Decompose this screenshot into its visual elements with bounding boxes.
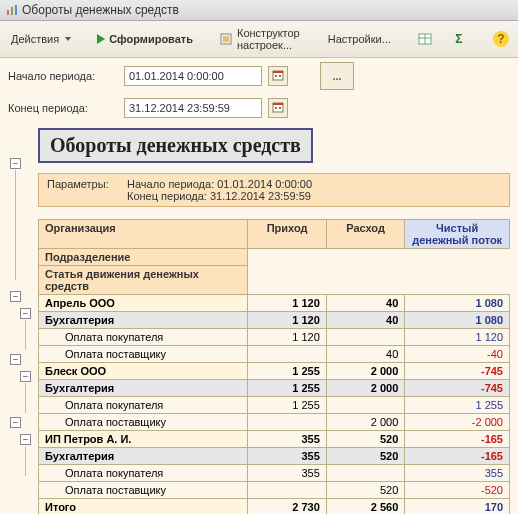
row-out: 520 bbox=[326, 431, 405, 448]
calendar-button-end[interactable] bbox=[268, 98, 288, 118]
row-net: 1 255 bbox=[405, 397, 510, 414]
svg-rect-9 bbox=[273, 71, 283, 73]
report-grid: Организация Приход Расход Чистый денежны… bbox=[38, 219, 510, 514]
svg-rect-10 bbox=[275, 75, 277, 77]
row-name: Итого bbox=[39, 499, 248, 515]
row-in: 355 bbox=[248, 431, 327, 448]
collapse-button[interactable]: − bbox=[10, 291, 21, 302]
collapse-button[interactable]: − bbox=[20, 434, 31, 445]
svg-rect-15 bbox=[279, 107, 281, 109]
actions-menu[interactable]: Действия bbox=[4, 30, 78, 48]
row-out: 40 bbox=[326, 312, 405, 329]
table-row: Оплата покупателя1 2551 255 bbox=[39, 397, 510, 414]
params-line2: Конец периода: 31.12.2014 23:59:59 bbox=[127, 190, 311, 202]
row-name: Оплата покупателя bbox=[39, 397, 248, 414]
constructor-button[interactable]: Конструктор настроек... bbox=[212, 24, 309, 54]
row-name: Блеск ООО bbox=[39, 363, 248, 380]
row-net: -40 bbox=[405, 346, 510, 363]
row-in: 1 120 bbox=[248, 312, 327, 329]
calendar-button-start[interactable] bbox=[268, 66, 288, 86]
tool-icon-2[interactable]: Σ bbox=[444, 28, 474, 50]
report-title: Обороты денежных средств bbox=[38, 128, 313, 163]
period-end-input[interactable] bbox=[124, 98, 262, 118]
tree-line bbox=[25, 383, 26, 413]
calendar-icon bbox=[272, 101, 284, 115]
table-row: Блеск ООО1 2552 000-745 bbox=[39, 363, 510, 380]
tree-line bbox=[25, 446, 26, 476]
tree-line bbox=[15, 170, 16, 280]
row-net: 1 080 bbox=[405, 312, 510, 329]
table-row: Бухгалтерия1 120401 080 bbox=[39, 312, 510, 329]
actions-label: Действия bbox=[11, 33, 59, 45]
row-net: -165 bbox=[405, 448, 510, 465]
row-out bbox=[326, 329, 405, 346]
collapse-button[interactable]: − bbox=[10, 158, 21, 169]
period-end-row: Конец периода: bbox=[0, 94, 518, 122]
table-row: Итого2 7302 560170 bbox=[39, 499, 510, 515]
row-name: Оплата покупателя bbox=[39, 465, 248, 482]
help-button[interactable]: ? bbox=[486, 28, 516, 50]
table-icon bbox=[417, 31, 433, 47]
svg-rect-14 bbox=[275, 107, 277, 109]
collapse-button[interactable]: − bbox=[10, 354, 21, 365]
table-row: Оплата поставщику40-40 bbox=[39, 346, 510, 363]
row-name: Бухгалтерия bbox=[39, 312, 248, 329]
row-in bbox=[248, 346, 327, 363]
row-out bbox=[326, 465, 405, 482]
row-out: 2 000 bbox=[326, 414, 405, 431]
row-net: 1 080 bbox=[405, 295, 510, 312]
row-out: 40 bbox=[326, 295, 405, 312]
row-name: Оплата поставщику bbox=[39, 414, 248, 431]
row-net: -520 bbox=[405, 482, 510, 499]
collapse-button[interactable]: − bbox=[20, 308, 31, 319]
toolbar: Действия Сформировать Конструктор настро… bbox=[0, 21, 518, 58]
svg-rect-4 bbox=[223, 36, 229, 42]
calendar-icon bbox=[272, 69, 284, 83]
row-name: ИП Петров А. И. bbox=[39, 431, 248, 448]
collapse-button[interactable]: − bbox=[20, 371, 31, 382]
row-in: 355 bbox=[248, 465, 327, 482]
row-out: 40 bbox=[326, 346, 405, 363]
row-name: Оплата поставщику bbox=[39, 346, 248, 363]
row-net: -745 bbox=[405, 363, 510, 380]
row-in: 2 730 bbox=[248, 499, 327, 515]
table-row: Апрель ООО1 120401 080 bbox=[39, 295, 510, 312]
period-dialog-button[interactable]: ... bbox=[320, 62, 354, 90]
row-in: 1 120 bbox=[248, 295, 327, 312]
table-row: Оплата покупателя1 1201 120 bbox=[39, 329, 510, 346]
row-name: Бухгалтерия bbox=[39, 380, 248, 397]
play-icon bbox=[97, 34, 105, 44]
row-out: 2 000 bbox=[326, 380, 405, 397]
collapse-button[interactable]: − bbox=[10, 417, 21, 428]
row-out: 2 000 bbox=[326, 363, 405, 380]
period-start-input[interactable] bbox=[124, 66, 262, 86]
params-label: Параметры: bbox=[47, 178, 127, 190]
row-in: 1 255 bbox=[248, 380, 327, 397]
ellipsis-icon: ... bbox=[332, 70, 341, 82]
row-out: 520 bbox=[326, 448, 405, 465]
svg-rect-1 bbox=[11, 7, 13, 15]
row-in: 355 bbox=[248, 448, 327, 465]
row-out: 520 bbox=[326, 482, 405, 499]
col-net: Чистый денежный поток bbox=[405, 220, 510, 249]
gear-icon bbox=[219, 31, 233, 47]
table-row: Оплата поставщику520-520 bbox=[39, 482, 510, 499]
tool-icon-1[interactable] bbox=[410, 28, 440, 50]
form-button[interactable]: Сформировать bbox=[90, 30, 200, 48]
help-icon: ? bbox=[493, 31, 509, 47]
row-net: 1 120 bbox=[405, 329, 510, 346]
svg-rect-11 bbox=[279, 75, 281, 77]
window-title: Обороты денежных средств bbox=[22, 3, 179, 17]
col-in: Приход bbox=[248, 220, 327, 249]
svg-rect-0 bbox=[7, 10, 9, 15]
row-in: 1 255 bbox=[248, 397, 327, 414]
period-start-row: Начало периода: ... bbox=[0, 58, 518, 94]
form-label: Сформировать bbox=[109, 33, 193, 45]
row-net: -2 000 bbox=[405, 414, 510, 431]
chevron-down-icon bbox=[65, 37, 71, 41]
svg-rect-2 bbox=[15, 5, 17, 15]
col-org: Организация bbox=[39, 220, 248, 249]
settings-button[interactable]: Настройки... bbox=[321, 30, 398, 48]
table-row: Бухгалтерия355520-165 bbox=[39, 448, 510, 465]
row-in: 1 120 bbox=[248, 329, 327, 346]
